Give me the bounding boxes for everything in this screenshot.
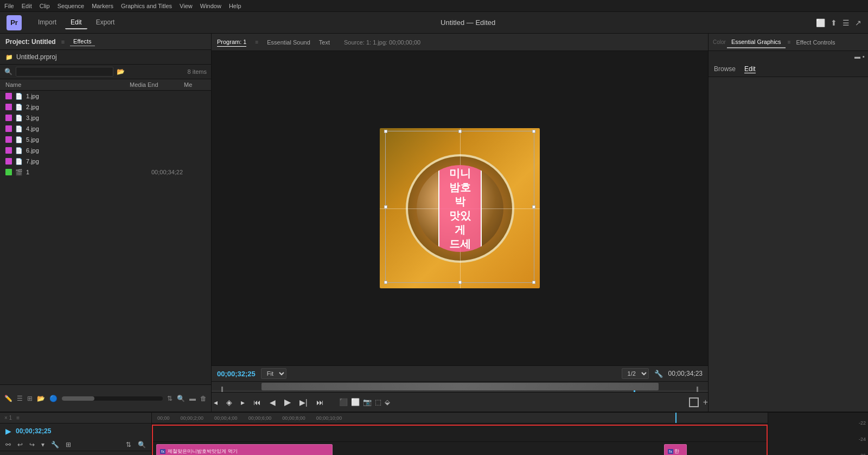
- overlay-toggle[interactable]: [689, 397, 699, 407]
- panel-icon[interactable]: ▬: [189, 395, 196, 402]
- tl-tool1[interactable]: ⚯: [4, 440, 12, 450]
- nav-import[interactable]: Import: [33, 16, 62, 29]
- mark-out-btn[interactable]: ▸: [239, 396, 247, 409]
- overwrite-btn[interactable]: ⬜: [351, 398, 360, 406]
- share-icon[interactable]: ⬆: [831, 18, 837, 27]
- panel-bottom-toolbar: ✏️ ☰ ⊞ 📂 🔵 ⇅ 🔍 ▬ 🗑: [0, 384, 211, 412]
- browse-tab[interactable]: Browse: [714, 65, 736, 73]
- panel-resize-icon1[interactable]: ▬: [854, 53, 860, 60]
- menu-view[interactable]: View: [180, 3, 193, 9]
- menu-sequence[interactable]: Sequence: [58, 3, 85, 9]
- tl-tool8[interactable]: 🔍: [137, 440, 147, 450]
- menu-clip[interactable]: Clip: [40, 3, 50, 9]
- fx-label-2: fx: [668, 449, 673, 454]
- step-frame-back-btn[interactable]: ◀: [267, 396, 278, 409]
- essential-graphics-tab[interactable]: Essential Graphics: [727, 36, 786, 48]
- nav-edit[interactable]: Edit: [65, 16, 87, 29]
- timeline-scrub-bar[interactable]: [212, 381, 708, 392]
- folder-new-icon[interactable]: 📂: [117, 68, 125, 75]
- program-timecode[interactable]: 00;00;32;25: [217, 370, 256, 378]
- ruler-00: 00;00: [157, 415, 170, 421]
- file-color-1: [5, 169, 12, 175]
- tl-tool2[interactable]: ↩: [16, 440, 24, 450]
- tl-tool6[interactable]: ⊞: [65, 440, 72, 450]
- file-item-4.jpg[interactable]: 📄 4.jpg: [0, 123, 211, 134]
- tl-tool5[interactable]: 🔧: [50, 440, 60, 450]
- menu-edit[interactable]: Edit: [22, 3, 32, 9]
- new-item-icon[interactable]: 🔵: [49, 395, 58, 402]
- export-frame-btn[interactable]: 📷: [363, 398, 372, 406]
- icon-view-icon[interactable]: ⊞: [27, 395, 33, 402]
- fit-select[interactable]: Fit: [261, 368, 286, 379]
- panel-tab-effects[interactable]: Effects: [70, 37, 94, 46]
- menu-markers[interactable]: Markers: [92, 3, 113, 9]
- file-list: 📄 1.jpg 📄 2.jpg 📄 3.jpg 📄 4.jpg 📄 5.jpg: [0, 91, 211, 384]
- right-panel-tabs: Color Essential Graphics ≡ Effect Contro…: [709, 34, 868, 51]
- timeline-timecode[interactable]: 00;00;32;25: [16, 427, 51, 435]
- ruler-2: 00;00;2;00: [181, 415, 204, 421]
- menu-graphics[interactable]: Graphics and Titles: [121, 3, 172, 9]
- scroll-thumb[interactable]: [62, 396, 94, 401]
- tl-play-btn[interactable]: ▶: [4, 426, 12, 437]
- mark-btn[interactable]: ◈: [224, 396, 234, 409]
- btn5[interactable]: ⬚: [375, 398, 381, 406]
- file-item-3.jpg[interactable]: 📄 3.jpg: [0, 112, 211, 123]
- v2-clip-2[interactable]: fx 한: [664, 444, 687, 455]
- sequence-menu[interactable]: ≡: [16, 415, 20, 421]
- add-btn[interactable]: +: [703, 397, 708, 407]
- mark-in-btn[interactable]: ◂: [212, 396, 220, 409]
- step-back-btn[interactable]: ⏮: [251, 396, 263, 409]
- main-toolbar: Pr Import Edit Export Untitled — Edited …: [0, 12, 868, 34]
- text-tab[interactable]: Text: [319, 38, 330, 47]
- ruler-8: 00;00;8;00: [282, 415, 305, 421]
- tl-tool7[interactable]: ⇅: [125, 440, 132, 450]
- btn6[interactable]: ⬙: [385, 398, 390, 406]
- maximize-icon[interactable]: ⬜: [816, 18, 825, 27]
- panel-menu-icon[interactable]: ≡: [61, 39, 65, 45]
- program-monitor-tab[interactable]: Program: 1: [217, 37, 246, 47]
- essential-graphics-menu[interactable]: ≡: [788, 39, 791, 45]
- edit-tool-icon[interactable]: ✏️: [4, 395, 12, 402]
- file-name-3.jpg: 3.jpg: [26, 115, 148, 121]
- quality-select[interactable]: 1/2: [622, 368, 649, 379]
- wrench-icon[interactable]: 🔧: [654, 370, 663, 378]
- app-logo: Pr: [7, 15, 22, 30]
- tl-tool3[interactable]: ↪: [28, 440, 36, 450]
- menu-file[interactable]: File: [4, 3, 14, 9]
- timeline-right: 00;00 00;00;2;00 00;00;4;00 00;00;6;00 0…: [152, 413, 768, 455]
- sort-icon[interactable]: ⇅: [167, 395, 173, 402]
- search-bottom-icon[interactable]: 🔍: [177, 395, 185, 402]
- file-item-7.jpg[interactable]: 📄 7.jpg: [0, 156, 211, 167]
- menu-window[interactable]: Window: [200, 3, 221, 9]
- v2-clip-row: fx 제철맞은미니밤호박맛있게 먹기 fx 한: [153, 442, 767, 455]
- tl-tool4[interactable]: ▾: [40, 440, 46, 450]
- scroll-track[interactable]: [62, 396, 163, 401]
- file-item-6.jpg[interactable]: 📄 6.jpg: [0, 145, 211, 156]
- list-view-icon[interactable]: ☰: [17, 395, 23, 402]
- search-input[interactable]: [16, 67, 113, 77]
- program-menu-icon[interactable]: ≡: [255, 39, 258, 45]
- menu-help[interactable]: Help: [229, 3, 241, 9]
- nav-export[interactable]: Export: [91, 16, 120, 29]
- settings-icon[interactable]: ☰: [843, 18, 850, 27]
- center-panel: Program: 1 ≡ Essential Sound Text Source…: [212, 34, 708, 412]
- play-btn[interactable]: ▶: [282, 395, 293, 409]
- insert-btn[interactable]: ⬛: [339, 398, 348, 406]
- bin-icon[interactable]: 📂: [37, 395, 45, 402]
- file-name-5.jpg: 5.jpg: [26, 136, 148, 143]
- collapse-icon[interactable]: ↗: [855, 18, 861, 27]
- file-item-5.jpg[interactable]: 📄 5.jpg: [0, 134, 211, 145]
- trash-icon[interactable]: 🗑: [200, 395, 207, 402]
- step-fwd-btn[interactable]: ⏭: [314, 396, 326, 409]
- color-tab[interactable]: Color: [713, 39, 726, 45]
- file-item-2.jpg[interactable]: 📄 2.jpg: [0, 102, 211, 112]
- effect-controls-tab[interactable]: Effect Controls: [792, 37, 839, 48]
- v2-clip-1[interactable]: fx 제철맞은미니밤호박맛있게 먹기: [156, 444, 333, 455]
- panel-resize-icon2[interactable]: ▪: [863, 53, 865, 60]
- edit-tab[interactable]: Edit: [744, 65, 756, 73]
- db-label-neg22: -22: [859, 420, 866, 426]
- file-item-1[interactable]: 🎬 1 00;00;34;22: [0, 167, 211, 178]
- step-frame-fwd-btn[interactable]: ▶|: [297, 396, 310, 409]
- essential-sound-tab[interactable]: Essential Sound: [267, 38, 310, 47]
- file-item-1.jpg[interactable]: 📄 1.jpg: [0, 91, 211, 102]
